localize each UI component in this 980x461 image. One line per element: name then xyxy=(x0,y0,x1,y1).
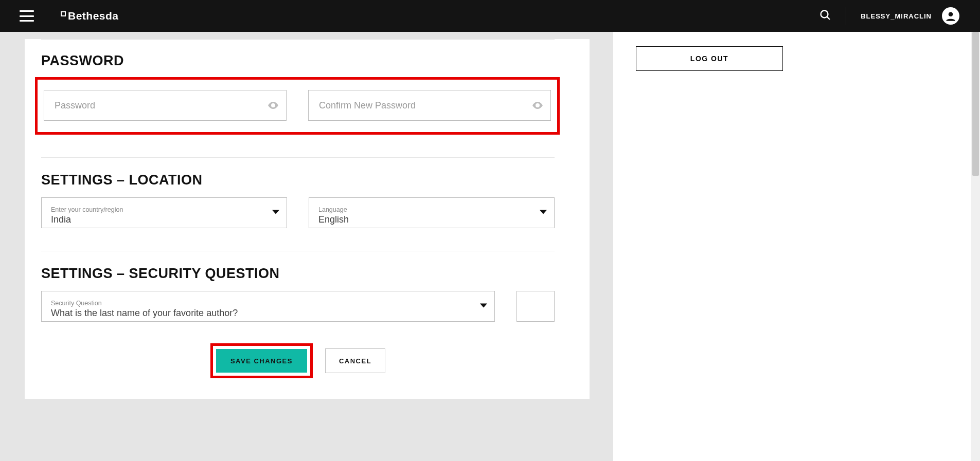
security-question-label: Security Question xyxy=(51,300,472,307)
scrollbar-thumb[interactable] xyxy=(972,32,979,176)
settings-panel: PASSWORD xyxy=(25,39,590,399)
section-divider xyxy=(41,157,555,158)
side-panel: LOG OUT xyxy=(613,32,980,461)
brand-logo[interactable]: Bethesda xyxy=(61,10,119,22)
svg-point-3 xyxy=(949,12,953,16)
save-button[interactable]: SAVE CHANGES xyxy=(216,349,307,373)
confirm-password-input[interactable] xyxy=(308,90,551,121)
header-divider xyxy=(846,7,846,25)
username-label[interactable]: BLESSY_MIRACLIN xyxy=(861,12,932,20)
app-header: Bethesda BLESSY_MIRACLIN xyxy=(0,0,980,32)
password-highlight-box xyxy=(35,77,560,135)
form-buttons: SAVE CHANGES CANCEL xyxy=(41,343,555,378)
avatar[interactable] xyxy=(942,7,959,25)
svg-line-1 xyxy=(827,17,830,20)
scrollbar[interactable] xyxy=(971,32,980,461)
brand-text: Bethesda xyxy=(68,10,119,22)
security-heading: SETTINGS – SECURITY QUESTION xyxy=(41,266,555,282)
save-highlight-box: SAVE CHANGES xyxy=(210,343,313,378)
user-icon xyxy=(944,9,957,23)
section-divider xyxy=(41,39,555,40)
language-select[interactable]: Language English xyxy=(309,197,555,228)
cancel-button[interactable]: CANCEL xyxy=(325,348,385,373)
security-question-select[interactable]: Security Question What is the last name … xyxy=(41,291,495,322)
svg-point-0 xyxy=(821,11,828,18)
show-password-icon[interactable] xyxy=(267,99,279,112)
country-value: India xyxy=(51,214,264,225)
language-value: English xyxy=(318,214,531,225)
password-input[interactable] xyxy=(44,90,287,121)
chevron-down-icon xyxy=(272,210,279,214)
svg-point-4 xyxy=(272,104,274,106)
security-answer-input[interactable] xyxy=(516,291,555,322)
password-heading: PASSWORD xyxy=(41,53,555,69)
section-divider xyxy=(41,251,555,251)
location-heading: SETTINGS – LOCATION xyxy=(41,172,555,188)
chevron-down-icon xyxy=(540,210,547,214)
country-select[interactable]: Enter your country/region India xyxy=(41,197,287,228)
svg-point-5 xyxy=(537,104,539,106)
menu-icon[interactable] xyxy=(20,10,34,22)
country-label: Enter your country/region xyxy=(51,206,264,213)
security-question-value: What is the last name of your favorite a… xyxy=(51,308,472,319)
chevron-down-icon xyxy=(480,303,487,307)
logout-button[interactable]: LOG OUT xyxy=(636,46,783,71)
search-icon[interactable] xyxy=(819,9,831,23)
language-label: Language xyxy=(318,206,531,213)
show-confirm-password-icon[interactable] xyxy=(531,99,544,112)
brand-mark-icon xyxy=(61,11,66,16)
